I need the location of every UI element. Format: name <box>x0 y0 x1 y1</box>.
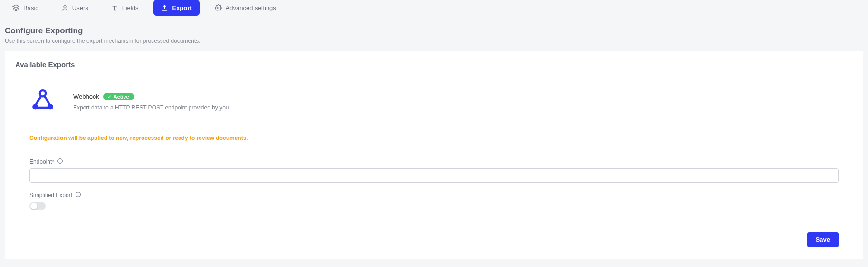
cube-icon <box>12 4 19 11</box>
tab-fields[interactable]: Fields <box>104 0 146 16</box>
webhook-description: Export data to a HTTP REST POST endpoint… <box>73 104 230 111</box>
tab-label: Export <box>172 4 191 11</box>
webhook-config-form: Endpoint* Simplified Export Save <box>22 151 846 247</box>
tab-label: Basic <box>23 4 38 11</box>
check-icon <box>107 94 112 99</box>
simplified-export-toggle[interactable] <box>29 202 46 210</box>
panel-title: Available Exports <box>15 60 846 69</box>
tab-label: Advanced settings <box>226 4 276 11</box>
svg-point-1 <box>217 7 219 9</box>
page-header: Configure Exporting Use this screen to c… <box>0 16 868 51</box>
svg-point-0 <box>64 6 66 8</box>
gear-icon <box>215 4 222 11</box>
save-button[interactable]: Save <box>807 232 839 247</box>
webhook-icon <box>29 88 56 116</box>
form-actions: Save <box>29 219 839 247</box>
tab-basic[interactable]: Basic <box>5 0 46 16</box>
page-title: Configure Exporting <box>5 26 863 36</box>
user-icon <box>61 4 68 11</box>
info-icon[interactable] <box>57 158 63 166</box>
page-subtitle: Use this screen to configure the export … <box>5 38 863 44</box>
upload-icon <box>161 4 168 11</box>
endpoint-input[interactable] <box>29 168 839 183</box>
tab-label: Users <box>72 4 88 11</box>
settings-tabbar: Basic Users Fields Export Advanced setti… <box>0 0 868 16</box>
badge-label: Active <box>114 94 129 99</box>
tab-advanced-settings[interactable]: Advanced settings <box>207 0 284 16</box>
status-badge: Active <box>103 93 134 100</box>
tab-label: Fields <box>122 4 139 11</box>
simplified-label: Simplified Export <box>29 192 72 198</box>
config-warning: Configuration will be applied to new, re… <box>22 128 846 148</box>
type-icon <box>111 4 118 11</box>
info-icon[interactable] <box>75 191 81 199</box>
tab-export[interactable]: Export <box>153 0 199 16</box>
simplified-export-field: Simplified Export <box>29 191 839 210</box>
exports-panel: Available Exports Webhook Active Export … <box>5 51 863 259</box>
endpoint-label: Endpoint* <box>29 158 54 165</box>
webhook-title: Webhook <box>73 93 99 100</box>
webhook-meta: Webhook Active Export data to a HTTP RES… <box>73 93 230 111</box>
endpoint-field: Endpoint* <box>29 158 839 183</box>
tab-users[interactable]: Users <box>54 0 96 16</box>
webhook-export-item[interactable]: Webhook Active Export data to a HTTP RES… <box>22 85 846 128</box>
